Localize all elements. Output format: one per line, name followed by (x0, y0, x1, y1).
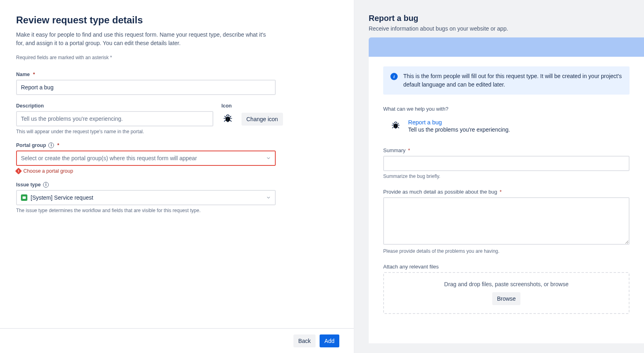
summary-label: Summary* (383, 147, 630, 153)
preview-subtitle: Receive information about bugs on your w… (369, 25, 630, 32)
summary-field: Summary* Summarize the bug briefly. (383, 147, 630, 179)
info-icon[interactable]: i (43, 182, 49, 188)
preview-title: Report a bug (369, 14, 630, 23)
footer: Back Add (0, 328, 354, 353)
left-content: Review request type details Make it easy… (0, 0, 354, 328)
name-field: Name* (16, 72, 276, 95)
detail-label: Provide as much detail as possible about… (383, 189, 630, 195)
summary-input[interactable] (383, 156, 630, 171)
left-pane: Review request type details Make it easy… (0, 0, 354, 353)
preview-card: i This is the form people will fill out … (369, 37, 644, 343)
back-button[interactable]: Back (293, 334, 316, 347)
add-button[interactable]: Add (320, 334, 339, 347)
name-input[interactable] (16, 80, 276, 95)
description-input[interactable] (16, 111, 213, 126)
chevron-down-icon (266, 155, 271, 161)
icon-label: Icon (221, 103, 232, 109)
help-heading: What can we help you with? (383, 106, 630, 112)
issue-type-label: Issue type i (16, 182, 276, 188)
portal-group-select[interactable]: Select or create the portal group(s) whe… (16, 151, 276, 166)
page-title: Review request type details (16, 14, 338, 26)
request-type-name: Report a bug (408, 119, 510, 126)
info-text: This is the form people will fill out fo… (403, 72, 622, 89)
service-request-icon (21, 194, 27, 201)
info-icon[interactable]: i (48, 142, 54, 148)
change-icon-button[interactable]: Change icon (242, 113, 283, 126)
detail-field: Provide as much detail as possible about… (383, 189, 630, 254)
summary-hint: Summarize the bug briefly. (383, 173, 630, 179)
preview-header: Report a bug Receive information about b… (354, 0, 644, 37)
portal-group-error: ! Choose a portal group (16, 168, 276, 174)
right-pane: Report a bug Receive information about b… (354, 0, 644, 353)
info-icon: i (390, 73, 398, 80)
request-type-desc: Tell us the problems you're experiencing… (408, 126, 510, 133)
info-panel: i This is the form people will fill out … (383, 66, 630, 95)
attachment-field: Attach any relevant files Drag and drop … (383, 264, 630, 314)
dropzone-text: Drag and drop files, paste screenshots, … (388, 281, 625, 287)
issue-type-select[interactable]: [System] Service request (16, 190, 276, 205)
description-hint: This will appear under the request type'… (16, 129, 213, 134)
description-label: Description (16, 103, 213, 109)
portal-group-field: Portal group i * Select or create the po… (16, 142, 276, 174)
chevron-down-icon (266, 195, 271, 200)
preview-banner (369, 37, 644, 57)
issue-type-field: Issue type i [System] Service request Th… (16, 182, 276, 213)
page-intro: Make it easy for people to find and use … (16, 31, 274, 47)
detail-hint: Please provide details of the problems y… (383, 248, 630, 254)
dropzone[interactable]: Drag and drop files, paste screenshots, … (383, 272, 630, 314)
bug-icon (222, 113, 233, 124)
description-field: Description This will appear under the r… (16, 103, 213, 134)
name-label: Name* (16, 72, 276, 77)
attachment-label: Attach any relevant files (383, 264, 630, 270)
browse-button[interactable]: Browse (492, 292, 521, 305)
icon-field: Icon (221, 103, 233, 124)
error-icon: ! (15, 168, 22, 175)
detail-textarea[interactable] (383, 197, 630, 245)
request-type-card[interactable]: Report a bug Tell us the problems you're… (383, 119, 630, 133)
required-note: Required fields are marked with an aster… (16, 55, 338, 60)
portal-group-label: Portal group i * (16, 142, 276, 148)
issue-type-hint: The issue type determines the workflow a… (16, 208, 276, 213)
bug-icon (390, 120, 401, 130)
